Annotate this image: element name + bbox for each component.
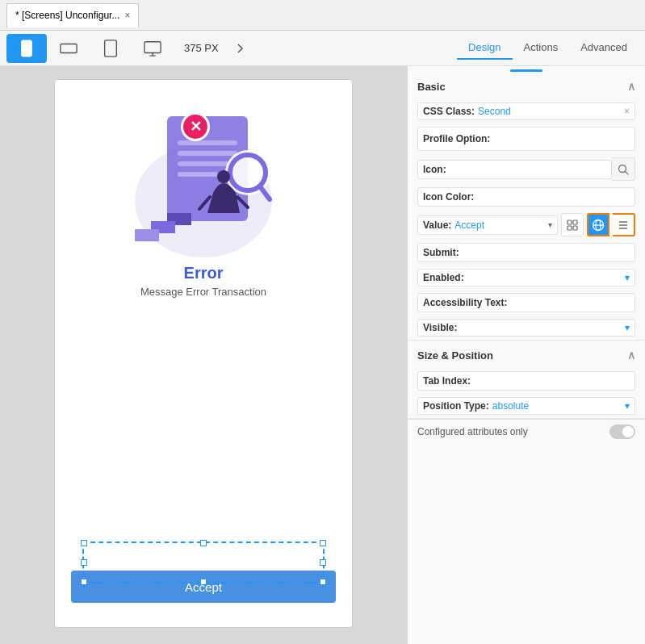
value-label: Value: [423,220,451,231]
value-text: Accept [454,220,545,231]
submit-field: Submit: [417,243,635,262]
tab-close-btn[interactable]: × [124,10,130,21]
css-class-label: CSS Class: [423,106,475,117]
visible-label: Visible: [423,322,457,333]
profile-option-row: Profile Option: [408,123,645,154]
panel-tab-indicator [408,66,645,72]
handle-tl[interactable] [81,540,87,546]
device-mobile-portrait[interactable] [6,34,47,63]
basic-collapse-icon[interactable]: ∧ [627,80,635,93]
position-type-value: absolute [492,400,625,412]
visible-chevron-icon: ▾ [625,322,630,333]
css-class-row: CSS Class: Second × [408,99,645,123]
footer-label: Configured attributes only [417,426,609,437]
profile-option-input[interactable] [490,131,630,147]
value-field: Value: Accept ▾ [417,215,558,235]
enabled-row: Enabled: ▾ [408,266,645,290]
size-position-header: Size & Position ∧ [408,341,645,368]
icon-label: Icon: [423,164,446,175]
tab-index-field: Tab Index: [417,371,635,391]
value-list-btn[interactable] [613,213,635,236]
handle-lc[interactable] [81,559,87,566]
active-tab[interactable]: * [Screens] Unconfigur... × [6,3,139,27]
size-position-section: Size & Position ∧ Tab Index: Position Ty… [408,341,645,419]
svg-rect-7 [178,151,237,156]
size-position-collapse-icon[interactable]: ∧ [627,349,635,362]
accessibility-row: Accessibility Text: [408,290,645,316]
svg-rect-2 [105,40,117,56]
enabled-label: Enabled: [423,272,464,283]
svg-rect-1 [61,44,77,52]
value-row: Value: Accept ▾ [408,210,645,240]
handle-tr[interactable] [320,540,326,546]
tab-index-row: Tab Index: [408,368,645,394]
tab-index-input[interactable] [471,375,630,387]
tab-actions[interactable]: Actions [513,36,570,60]
svg-rect-3 [144,41,161,52]
icon-input[interactable] [450,164,606,175]
configured-only-toggle[interactable] [609,424,635,439]
footer-bar: Configured attributes only [408,419,645,444]
icon-color-field: Icon Color: [417,187,635,207]
enabled-chevron-icon: ▾ [625,272,630,283]
visible-row: Visible: ▾ [408,316,645,340]
main-layout: ✕ Error Message Error Transa [0,66,645,644]
value-grid-btn[interactable] [561,213,584,236]
icon-field-wrap: Icon: [417,157,635,181]
basic-label: Basic [417,81,446,93]
profile-option-field: Profile Option: [417,127,635,151]
canvas-area: ✕ Error Message Error Transa [0,66,407,644]
svg-rect-9 [178,172,218,177]
accessibility-field: Accessibility Text: [417,293,635,312]
svg-rect-26 [568,226,572,230]
right-panel: Basic ∧ CSS Class: Second × Profile Opti… [407,66,645,644]
tab-index-label: Tab Index: [423,375,471,387]
svg-rect-21 [135,229,159,241]
indicator-dot [510,69,542,72]
accessibility-label: Accessibility Text: [423,297,507,308]
icon-search-btn[interactable] [612,157,635,181]
svg-rect-25 [573,220,577,224]
position-type-row: Position Type: absolute ▾ [408,394,645,418]
position-type-field: Position Type: absolute ▾ [417,397,635,415]
handle-rc[interactable] [320,559,326,566]
svg-rect-0 [22,40,32,56]
accept-button[interactable]: Accept [71,571,336,603]
css-class-field: CSS Class: Second × [417,102,635,120]
icon-color-row: Icon Color: [408,184,645,210]
icon-color-input[interactable] [474,191,630,203]
position-type-label: Position Type: [423,400,489,412]
value-globe-btn[interactable] [587,213,609,236]
accessibility-input[interactable] [507,297,630,308]
device-desktop[interactable] [132,34,173,63]
tab-title: * [Screens] Unconfigur... [15,10,119,21]
submit-label: Submit: [423,247,459,258]
toggle-thumb [622,426,634,437]
css-class-value: Second [478,106,624,117]
size-position-label: Size & Position [417,349,493,362]
device-mobile-landscape[interactable] [48,34,89,63]
icon-row: Icon: [408,154,645,184]
basic-section: Basic ∧ CSS Class: Second × Profile Opti… [408,72,645,341]
screen-preview: ✕ Error Message Error Transa [54,79,353,628]
tab-advanced[interactable]: Advanced [569,36,639,60]
submit-row: Submit: [408,240,645,266]
tab-design[interactable]: Design [457,36,512,60]
right-tab-group: Design Actions Advanced [457,36,639,60]
expand-icon[interactable] [230,39,249,58]
svg-point-16 [217,170,230,183]
submit-input[interactable] [459,247,630,258]
visible-field: Visible: ▾ [417,319,635,337]
screen-subtitle: Message Error Transaction [140,286,266,298]
svg-rect-27 [573,226,577,230]
px-display: 375 PX [174,42,228,54]
screen-title: Error [184,264,224,282]
basic-section-header: Basic ∧ [408,72,645,99]
accept-button-wrapper: Accept [71,571,336,603]
svg-text:✕: ✕ [190,119,202,135]
css-class-clear-btn[interactable]: × [624,106,630,117]
position-type-chevron-icon: ▾ [625,400,630,412]
profile-option-label: Profile Option: [423,133,490,144]
handle-tc[interactable] [200,540,207,546]
device-tablet-portrait[interactable] [90,34,131,63]
